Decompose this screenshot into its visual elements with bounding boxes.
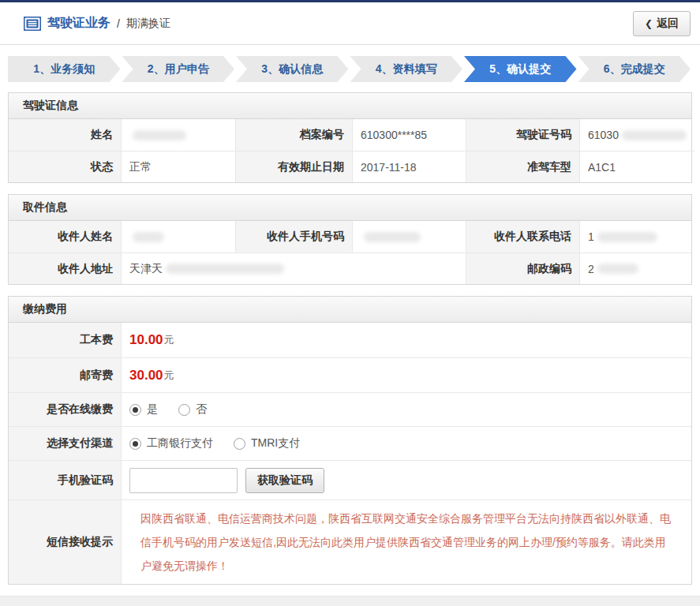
step-2-user-declaration: 2、用户申告 (122, 56, 235, 82)
payment-fee-section-title: 缴纳费用 (9, 297, 691, 323)
wizard-stepper: 1、业务须知 2、用户申告 3、确认信息 4、资料填写 5、确认提交 6、完成提… (8, 56, 692, 82)
expiry-date-label: 有效期止日期 (235, 151, 352, 182)
channel-tmri-label: TMRI支付 (251, 436, 300, 451)
online-payment-label: 是否在线缴费 (9, 392, 121, 426)
license-info-section-title: 驾驶证信息 (9, 93, 691, 119)
recipient-address-label: 收件人地址 (9, 252, 121, 284)
recipient-name-label: 收件人姓名 (9, 221, 121, 252)
content-area: 驾驶证信息 姓名 档案编号 610300****85 驾驶证号码 61030 状… (0, 92, 700, 596)
channel-tmri-radio[interactable]: TMRI支付 (234, 436, 300, 451)
online-pay-yes-radio[interactable]: 是 (129, 402, 158, 417)
mailing-fee-amount: 30.00 (129, 368, 163, 383)
pickup-info-section: 取件信息 收件人姓名 收件人手机号码 收件人联系电话 1 收件人地址 天津天 邮… (8, 194, 692, 285)
breadcrumb-separator: / (117, 17, 120, 30)
recipient-name-value (121, 221, 235, 252)
redacted-recipient-name (133, 232, 164, 242)
recipient-phone-value: 1 (579, 221, 691, 252)
status-label: 状态 (9, 151, 121, 182)
production-fee-value: 10.00 元 (121, 323, 691, 357)
recipient-address-value: 天津天 (121, 252, 466, 284)
step-6-complete-submit: 6、完成提交 (578, 56, 691, 82)
license-number-value: 61030 (579, 119, 694, 151)
license-info-section: 驾驶证信息 姓名 档案编号 610300****85 驾驶证号码 61030 状… (8, 92, 692, 183)
vehicle-type-label: 准驾车型 (466, 151, 579, 182)
sms-code-label: 手机验证码 (9, 460, 121, 499)
production-fee-unit: 元 (164, 333, 174, 347)
chevron-left-icon: ❮ (645, 18, 653, 29)
redacted-mobile (364, 232, 421, 242)
payment-channel-options: 工商银行支付 TMRI支付 (121, 426, 691, 460)
breadcrumb-current: 期满换证 (126, 17, 170, 31)
page-title: 驾驶证业务 (47, 15, 110, 32)
step-5-confirm-submit-active: 5、确认提交 (464, 56, 577, 82)
radio-unselected-icon (234, 438, 245, 450)
online-pay-no-radio[interactable]: 否 (178, 402, 207, 417)
sms-notice-text: 因陕西省联通、电信运营商技术问题，陕西省互联网交通安全综合服务管理平台无法向持陕… (129, 500, 683, 584)
file-number-label: 档案编号 (235, 119, 352, 151)
mailing-fee-value: 30.00 元 (121, 357, 691, 392)
online-pay-yes-label: 是 (147, 402, 158, 417)
license-business-icon (24, 17, 41, 31)
name-value (121, 119, 235, 151)
back-button[interactable]: ❮ 返回 (633, 11, 691, 36)
step-1-business-notice: 1、业务须知 (8, 56, 121, 82)
channel-icbc-radio[interactable]: 工商银行支付 (129, 436, 213, 451)
pickup-info-section-title: 取件信息 (9, 195, 691, 221)
step-3-confirm-info: 3、确认信息 (236, 56, 349, 82)
license-number-label: 驾驶证号码 (466, 119, 579, 151)
wizard-stepper-container: 1、业务须知 2、用户申告 3、确认信息 4、资料填写 5、确认提交 6、完成提… (0, 45, 700, 92)
sms-notice-cell: 因陕西省联通、电信运营商技术问题，陕西省互联网交通安全综合服务管理平台无法向持陕… (121, 499, 691, 584)
mailing-fee-unit: 元 (164, 368, 174, 383)
recipient-phone-label: 收件人联系电话 (466, 221, 579, 252)
expiry-date-value: 2017-11-18 (352, 151, 466, 182)
redacted-license-number (622, 130, 687, 140)
page-header: 驾驶证业务 / 期满换证 ❮ 返回 (0, 2, 700, 45)
production-fee-amount: 10.00 (129, 332, 163, 348)
status-value: 正常 (121, 151, 235, 182)
radio-selected-icon (129, 404, 141, 416)
name-label: 姓名 (9, 119, 121, 151)
action-buttons: 上一步 完成 (0, 597, 700, 606)
redacted-postcode (597, 264, 638, 274)
sms-code-input[interactable] (129, 468, 238, 493)
redacted-name (133, 130, 186, 140)
redacted-phone (597, 232, 657, 242)
payment-channel-label: 选择支付渠道 (9, 426, 121, 460)
recipient-mobile-value (352, 221, 466, 252)
sms-notice-label: 短信接收提示 (9, 499, 121, 584)
mailing-fee-label: 邮寄费 (9, 357, 121, 392)
postcode-value: 2 (579, 252, 691, 284)
recipient-mobile-label: 收件人手机号码 (235, 221, 352, 252)
payment-fee-section: 缴纳费用 工本费 10.00 元 邮寄费 30.00 元 是否在线缴费 是 否 (8, 296, 692, 585)
online-pay-no-label: 否 (196, 402, 207, 417)
postcode-label: 邮政编码 (466, 252, 579, 284)
redacted-address (166, 264, 284, 274)
production-fee-label: 工本费 (9, 323, 121, 357)
online-payment-options: 是 否 (121, 392, 691, 426)
file-number-value: 610300****85 (352, 119, 466, 151)
sms-code-row: 获取验证码 (121, 460, 691, 499)
vehicle-type-value: A1C1 (579, 151, 694, 182)
get-code-button[interactable]: 获取验证码 (245, 468, 324, 493)
back-button-label: 返回 (657, 17, 679, 31)
radio-unselected-icon (178, 404, 190, 416)
channel-icbc-label: 工商银行支付 (147, 436, 213, 451)
radio-selected-icon (129, 438, 141, 450)
footer-band: 上一步 完成 (0, 596, 700, 606)
step-4-fill-info: 4、资料填写 (350, 56, 463, 82)
